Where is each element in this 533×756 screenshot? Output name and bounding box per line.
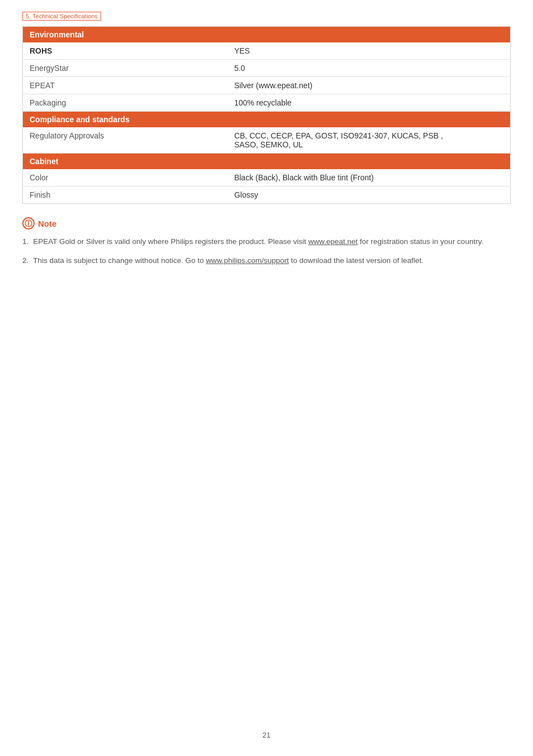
table-row: EnergyStar 5.0 <box>23 60 511 77</box>
note-icon <box>22 217 35 229</box>
row-label-energystar: EnergyStar <box>23 60 228 77</box>
table-row: Finish Glossy <box>23 186 511 204</box>
table-row: Regulatory Approvals CB, CCC, CECP, EPA,… <box>23 127 511 154</box>
category-label-compliance: Compliance and standards <box>23 112 511 128</box>
note-number-2: 2. <box>22 255 28 266</box>
category-row-environmental: Environmental <box>23 27 511 43</box>
category-label-cabinet: Cabinet <box>23 154 511 170</box>
note-label: Note <box>38 219 56 228</box>
note-text-2: This data is subject to change without n… <box>33 255 423 266</box>
table-row: Color Black (Back), Black with Blue tint… <box>23 169 511 186</box>
row-value-energystar: 5.0 <box>227 60 510 77</box>
row-label-rohs: ROHS <box>23 42 228 60</box>
table-row: ROHS YES <box>23 42 511 60</box>
row-value-finish: Glossy <box>227 186 510 204</box>
row-label-finish: Finish <box>23 186 228 204</box>
category-label-environmental: Environmental <box>23 27 511 43</box>
row-value-packaging: 100% recyclable <box>227 94 510 112</box>
row-label-regulatory: Regulatory Approvals <box>23 127 228 154</box>
list-item: 1. EPEAT Gold or Silver is valid only wh… <box>22 236 511 247</box>
table-row: EPEAT Silver (www.epeat.net) <box>23 77 511 94</box>
philips-support-link[interactable]: www.philips.com/support <box>206 256 289 265</box>
note-text-1: EPEAT Gold or Silver is valid only where… <box>33 236 483 247</box>
row-label-epeat: EPEAT <box>23 77 228 94</box>
category-row-cabinet: Cabinet <box>23 154 511 170</box>
category-row-compliance: Compliance and standards <box>23 112 511 128</box>
row-label-packaging: Packaging <box>23 94 228 112</box>
note-number-1: 1. <box>22 236 28 247</box>
row-value-epeat: Silver (www.epeat.net) <box>227 77 510 94</box>
row-value-regulatory: CB, CCC, CECP, EPA, GOST, ISO9241-307, K… <box>227 127 510 154</box>
list-item: 2. This data is subject to change withou… <box>22 255 511 266</box>
table-row: Packaging 100% recyclable <box>23 94 511 112</box>
note-list: 1. EPEAT Gold or Silver is valid only wh… <box>22 236 511 267</box>
spec-table: Environmental ROHS YES EnergyStar 5.0 EP… <box>22 26 511 204</box>
row-value-rohs: YES <box>227 42 510 60</box>
note-section: Note 1. EPEAT Gold or Silver is valid on… <box>22 217 511 267</box>
section-tag: 5. Technical Specifications <box>22 11 511 26</box>
epeat-link[interactable]: www.epeat.net <box>308 237 358 246</box>
page-number: 21 <box>0 731 533 739</box>
note-header: Note <box>22 217 511 229</box>
row-value-color: Black (Back), Black with Blue tint (Fron… <box>227 169 510 186</box>
row-label-color: Color <box>23 169 228 186</box>
